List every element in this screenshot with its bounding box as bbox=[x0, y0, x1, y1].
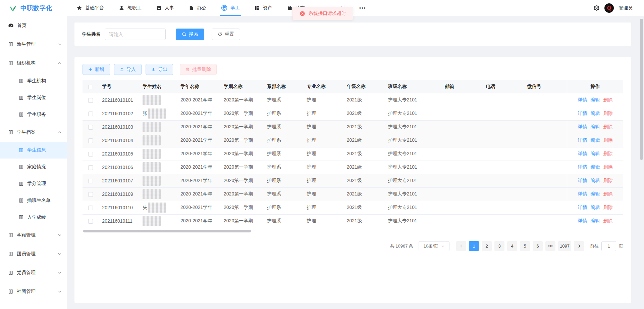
sidebar-item-新生管理[interactable]: 新生管理 bbox=[0, 35, 67, 54]
row-checkbox[interactable] bbox=[88, 219, 93, 224]
row-checkbox[interactable] bbox=[88, 165, 93, 170]
delete-link[interactable]: 删除 bbox=[603, 151, 613, 156]
row-checkbox[interactable] bbox=[88, 152, 93, 157]
detail-link[interactable]: 详情 bbox=[578, 178, 587, 183]
student-name-input[interactable] bbox=[105, 29, 166, 40]
detail-link[interactable]: 详情 bbox=[578, 151, 587, 156]
edit-link[interactable]: 编辑 bbox=[591, 178, 600, 183]
goto-page-input[interactable] bbox=[601, 241, 616, 251]
nav-item-renshi[interactable]: 人事 bbox=[156, 0, 174, 16]
page-button-6[interactable]: 6 bbox=[533, 241, 543, 251]
detail-link[interactable]: 详情 bbox=[578, 164, 587, 170]
row-checkbox[interactable] bbox=[88, 179, 93, 183]
sidebar-item-学籍管理[interactable]: 学籍管理 bbox=[0, 226, 67, 245]
nav-item-label: 办公 bbox=[197, 5, 206, 11]
horizontal-scrollbar-thumb[interactable] bbox=[83, 230, 251, 232]
row-checkbox[interactable] bbox=[88, 206, 93, 210]
edit-link[interactable]: 编辑 bbox=[591, 191, 600, 196]
sidebar-item-学生岗位[interactable]: 学生岗位 bbox=[0, 89, 67, 106]
next-page-button[interactable] bbox=[574, 241, 584, 251]
edit-link[interactable]: 编辑 bbox=[591, 111, 600, 116]
detail-link[interactable]: 详情 bbox=[578, 218, 587, 223]
delete-link[interactable]: 删除 bbox=[603, 137, 613, 143]
sidebar-item-家庭情况[interactable]: 家庭情况 bbox=[0, 159, 67, 175]
row-checkbox[interactable] bbox=[88, 192, 93, 197]
row-checkbox[interactable] bbox=[88, 125, 93, 130]
search-button[interactable]: 搜索 bbox=[176, 29, 204, 40]
page-button-3[interactable]: 3 bbox=[494, 241, 504, 251]
cell-student-name bbox=[139, 147, 177, 161]
delete-link[interactable]: 删除 bbox=[603, 164, 613, 170]
detail-link[interactable]: 详情 bbox=[578, 191, 587, 196]
edit-link[interactable]: 编辑 bbox=[591, 124, 600, 129]
sidebar-item-团员管理[interactable]: 团员管理 bbox=[0, 245, 67, 263]
page-button-2[interactable]: 2 bbox=[482, 241, 492, 251]
detail-link[interactable]: 详情 bbox=[578, 205, 587, 210]
sidebar-item-党员管理[interactable]: 党员管理 bbox=[0, 263, 67, 282]
delete-link[interactable]: 删除 bbox=[603, 205, 613, 210]
nav-item-zichan[interactable]: 资产 bbox=[255, 0, 272, 16]
batch-delete-button[interactable]: 批量删除 bbox=[180, 64, 217, 75]
avatar[interactable]: Q bbox=[604, 3, 614, 13]
sidebar-item-学生信息[interactable]: 学生信息 bbox=[0, 142, 67, 159]
row-checkbox[interactable] bbox=[88, 112, 93, 116]
edit-link[interactable]: 编辑 bbox=[591, 205, 600, 210]
nav-item-jiaozhigong[interactable]: 教职工 bbox=[119, 0, 142, 16]
delete-link[interactable]: 删除 bbox=[603, 124, 613, 129]
edit-link[interactable]: 编辑 bbox=[591, 164, 600, 170]
delete-link[interactable]: 删除 bbox=[603, 218, 613, 223]
cell-dept: 护理系 bbox=[264, 174, 304, 187]
username[interactable]: 管理员 bbox=[619, 5, 633, 11]
pagination-total: 共 10967 条 bbox=[390, 243, 413, 249]
detail-link[interactable]: 详情 bbox=[578, 124, 587, 129]
delete-link[interactable]: 删除 bbox=[603, 178, 613, 183]
import-button[interactable]: 导入 bbox=[114, 64, 142, 75]
chevron-down-icon bbox=[58, 252, 62, 256]
sidebar-item-入学成绩[interactable]: 入学成绩 bbox=[0, 209, 67, 226]
detail-link[interactable]: 详情 bbox=[578, 137, 587, 143]
prev-page-button[interactable] bbox=[456, 241, 466, 251]
select-all-checkbox[interactable] bbox=[88, 85, 93, 89]
sidebar-item-社团管理[interactable]: 社团管理 bbox=[0, 282, 67, 301]
photo-icon bbox=[156, 5, 162, 11]
detail-link[interactable]: 详情 bbox=[578, 97, 587, 102]
page-button-4[interactable]: 4 bbox=[507, 241, 517, 251]
vertical-scrollbar-thumb[interactable] bbox=[640, 19, 643, 160]
nav-item-xuegong[interactable]: 学工 bbox=[221, 0, 240, 16]
sidebar-item-学生档案[interactable]: 学生档案 bbox=[0, 123, 67, 142]
delete-link[interactable]: 删除 bbox=[603, 191, 613, 196]
delete-link[interactable]: 删除 bbox=[603, 97, 613, 102]
row-checkbox[interactable] bbox=[88, 138, 93, 143]
add-button[interactable]: 新增 bbox=[83, 64, 110, 75]
row-checkbox[interactable] bbox=[88, 98, 93, 103]
sidebar-item-label: 插班生名单 bbox=[27, 197, 62, 204]
sidebar-item-学生职务[interactable]: 学生职务 bbox=[0, 106, 67, 123]
page-button-1097[interactable]: 1097 bbox=[558, 241, 571, 251]
page-button-1[interactable]: 1 bbox=[469, 241, 479, 251]
sidebar-item-组织机构[interactable]: 组织机构 bbox=[0, 54, 67, 73]
sidebar-item-插班生名单[interactable]: 插班生名单 bbox=[0, 192, 67, 209]
nav-item-bangong[interactable]: 办公 bbox=[189, 0, 206, 16]
sidebar-item-首页[interactable]: 首页 bbox=[0, 16, 67, 35]
cell-year: 2020-2021学年 bbox=[177, 134, 220, 147]
gear-icon[interactable] bbox=[593, 5, 600, 11]
page-ellipsis-button[interactable]: ••• bbox=[545, 241, 555, 251]
nav-item-jichupingtai[interactable]: 基础平台 bbox=[76, 0, 104, 16]
delete-link[interactable]: 删除 bbox=[603, 111, 613, 116]
edit-link[interactable]: 编辑 bbox=[591, 218, 600, 223]
sidebar-item-学生机构[interactable]: 学生机构 bbox=[0, 73, 67, 89]
nav-overflow-button[interactable]: ••• bbox=[359, 5, 366, 11]
sidebar-item-partial-16[interactable] bbox=[0, 304, 67, 309]
cell-student-id: 202116010103 bbox=[99, 120, 139, 134]
sidebar-item-学分管理[interactable]: 学分管理 bbox=[0, 175, 67, 192]
edit-link[interactable]: 编辑 bbox=[591, 151, 600, 156]
page-size-select[interactable]: 10条/页 bbox=[419, 241, 449, 251]
app-logo[interactable]: 中职数字化 bbox=[0, 4, 67, 12]
export-button[interactable]: 导出 bbox=[146, 64, 173, 75]
detail-link[interactable]: 详情 bbox=[578, 111, 587, 116]
reset-button[interactable]: 重置 bbox=[212, 29, 240, 40]
table-row: 2021160101072020-2021学年2020第一学期护理系护理2021… bbox=[83, 174, 623, 187]
page-button-5[interactable]: 5 bbox=[520, 241, 530, 251]
edit-link[interactable]: 编辑 bbox=[591, 137, 600, 143]
edit-link[interactable]: 编辑 bbox=[591, 97, 600, 102]
